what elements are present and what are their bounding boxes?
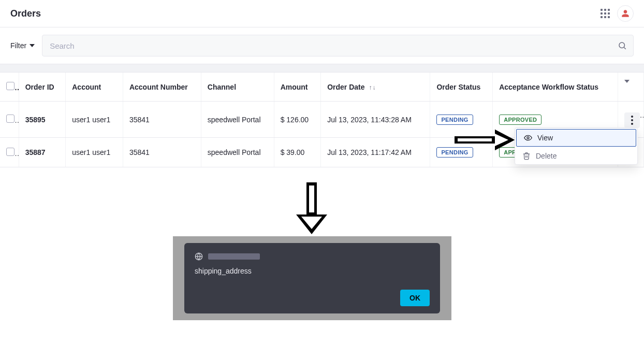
cell-account: user1 user1 <box>66 102 123 138</box>
filter-label: Filter <box>10 41 26 50</box>
checkbox-icon[interactable] <box>6 115 14 123</box>
dialog-backdrop: shipping_address OK <box>173 236 451 320</box>
page-header: Orders <box>0 0 644 27</box>
checkbox-icon[interactable] <box>6 82 14 90</box>
eye-icon <box>524 134 532 142</box>
svg-rect-10 <box>309 185 314 212</box>
toolbar: Filter <box>0 27 644 64</box>
menu-item-label: View <box>537 134 553 142</box>
dialog-message: shipping_address <box>195 267 430 275</box>
menu-item-delete[interactable]: Delete <box>515 148 637 164</box>
row-select[interactable] <box>0 138 19 167</box>
redacted-host <box>208 253 260 260</box>
col-actions[interactable] <box>618 73 643 102</box>
svg-point-2 <box>527 137 529 139</box>
page-title: Orders <box>10 8 41 19</box>
cell-order-id[interactable]: 35887 <box>19 138 66 167</box>
status-badge: APPROVED <box>499 115 541 125</box>
col-amount[interactable]: Amount <box>274 73 321 102</box>
col-acceptance-status[interactable]: Acceptance Workflow Status <box>493 73 618 102</box>
col-order-id[interactable]: Order ID <box>19 73 66 102</box>
table-top-spacer <box>0 64 644 73</box>
col-order-date[interactable]: Order Date ↑↓ <box>321 73 430 102</box>
user-icon <box>621 9 630 18</box>
apps-grid-icon[interactable] <box>601 9 610 18</box>
globe-icon <box>195 252 203 261</box>
cell-amount: $ 126.00 <box>274 102 321 138</box>
cell-account: user1 user1 <box>66 138 123 167</box>
col-channel[interactable]: Channel <box>201 73 274 102</box>
ok-button[interactable]: OK <box>400 290 430 306</box>
checkbox-icon[interactable] <box>6 148 14 156</box>
select-all-header[interactable] <box>0 73 19 102</box>
col-order-status[interactable]: Order Status <box>430 73 493 102</box>
col-account[interactable]: Account <box>66 73 123 102</box>
row-select[interactable] <box>0 102 19 138</box>
cell-account-number: 35841 <box>123 102 201 138</box>
filter-button[interactable]: Filter <box>10 41 35 50</box>
menu-item-label: Delete <box>536 152 557 160</box>
trash-icon <box>522 152 531 160</box>
svg-point-0 <box>619 42 625 48</box>
cell-channel: speedwell Portal <box>201 102 274 138</box>
svg-line-1 <box>624 47 625 49</box>
row-actions-menu: View Delete <box>515 127 638 165</box>
cell-order-date: Jul 13, 2023, 11:17:42 AM <box>321 138 430 167</box>
cell-channel: speedwell Portal <box>201 138 274 167</box>
sort-icon: ↑↓ <box>369 84 375 91</box>
search-icon[interactable] <box>618 41 627 50</box>
status-badge: PENDING <box>436 115 473 125</box>
menu-item-view[interactable]: View <box>516 129 636 147</box>
annotation-arrow-down-icon <box>296 182 327 234</box>
caret-down-icon <box>624 80 630 91</box>
col-account-number[interactable]: Account Number <box>123 73 201 102</box>
cell-order-id[interactable]: 35895 <box>19 102 66 138</box>
cell-amount: $ 39.00 <box>274 138 321 167</box>
annotation-arrow-right-icon <box>455 130 515 150</box>
search-field-wrap[interactable] <box>42 35 634 56</box>
cell-account-number: 35841 <box>123 138 201 167</box>
table-header-row: Order ID Account Account Number Channel … <box>0 73 644 102</box>
search-input[interactable] <box>49 41 618 51</box>
kebab-menu-button[interactable] <box>624 112 640 128</box>
caret-down-icon <box>30 44 35 47</box>
svg-rect-6 <box>458 138 492 141</box>
alert-dialog: shipping_address OK <box>184 243 440 313</box>
user-avatar-button[interactable] <box>617 5 634 22</box>
cell-order-date: Jul 13, 2023, 11:43:28 AM <box>321 102 430 138</box>
